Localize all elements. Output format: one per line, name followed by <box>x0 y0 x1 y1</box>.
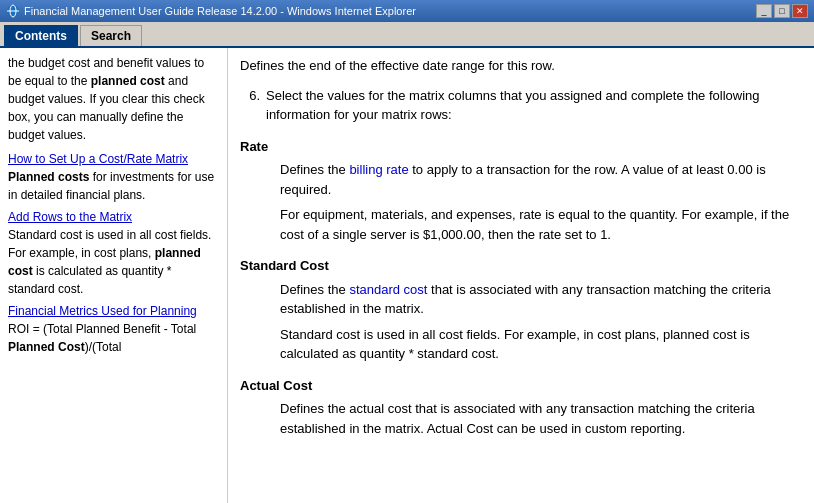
sidebar-add-rows-text: Standard cost is used in all cost fields… <box>8 228 211 296</box>
minimize-button[interactable]: _ <box>756 4 772 18</box>
step-6-text: Select the values for the matrix columns… <box>266 86 796 125</box>
sidebar-roi-text: ROI = (Total Planned Benefit - Total Pla… <box>8 322 196 354</box>
sidebar-budget-text: the budget cost and benefit values to be… <box>8 54 219 144</box>
tab-bar: Contents Search <box>0 22 814 48</box>
link-financial-metrics[interactable]: Financial Metrics Used for Planning <box>8 304 197 318</box>
section-actual-cost: Actual Cost Defines the actual cost that… <box>240 376 796 439</box>
title-bar-left: Financial Management User Guide Release … <box>6 4 416 18</box>
sidebar-planned-costs-bold: Planned costs for investments for use in… <box>8 170 214 202</box>
standard-cost-body: Defines the standard cost that is associ… <box>280 280 796 364</box>
step-6-number: 6. <box>240 86 260 125</box>
actual-cost-body: Defines the actual cost that is associat… <box>280 399 796 438</box>
close-button[interactable]: ✕ <box>792 4 808 18</box>
title-bar: Financial Management User Guide Release … <box>0 0 814 22</box>
content-top-text: Defines the end of the effective date ra… <box>240 56 796 76</box>
standard-cost-para-2: Standard cost is used in all cost fields… <box>280 325 796 364</box>
ie-icon <box>6 4 20 18</box>
title-bar-text: Financial Management User Guide Release … <box>24 5 416 17</box>
section-rate: Rate Defines the billing rate to apply t… <box>240 137 796 245</box>
sidebar: the budget cost and benefit values to be… <box>0 48 228 503</box>
sidebar-link-financial-metrics: Financial Metrics Used for Planning ROI … <box>8 302 219 356</box>
sidebar-link-add-rows: Add Rows to the Matrix Standard cost is … <box>8 208 219 298</box>
standard-cost-para-1: Defines the standard cost that is associ… <box>280 280 796 319</box>
standard-cost-link: standard cost <box>349 282 427 297</box>
link-add-rows[interactable]: Add Rows to the Matrix <box>8 210 132 224</box>
tab-search[interactable]: Search <box>80 25 142 46</box>
tab-contents[interactable]: Contents <box>4 25 78 46</box>
actual-cost-para-1: Defines the actual cost that is associat… <box>280 399 796 438</box>
main-layout: the budget cost and benefit values to be… <box>0 48 814 503</box>
title-bar-controls[interactable]: _ □ ✕ <box>756 4 808 18</box>
link-cost-rate-matrix[interactable]: How to Set Up a Cost/Rate Matrix <box>8 152 188 166</box>
billing-rate-link: billing rate <box>349 162 408 177</box>
actual-cost-title: Actual Cost <box>240 376 796 396</box>
step-6: 6. Select the values for the matrix colu… <box>240 86 796 125</box>
rate-para-2: For equipment, materials, and expenses, … <box>280 205 796 244</box>
rate-body: Defines the billing rate to apply to a t… <box>280 160 796 244</box>
content-area: Defines the end of the effective date ra… <box>228 48 814 503</box>
sidebar-link-cost-rate: How to Set Up a Cost/Rate Matrix Planned… <box>8 150 219 204</box>
rate-para-1: Defines the billing rate to apply to a t… <box>280 160 796 199</box>
section-standard-cost: Standard Cost Defines the standard cost … <box>240 256 796 364</box>
standard-cost-title: Standard Cost <box>240 256 796 276</box>
rate-title: Rate <box>240 137 796 157</box>
restore-button[interactable]: □ <box>774 4 790 18</box>
